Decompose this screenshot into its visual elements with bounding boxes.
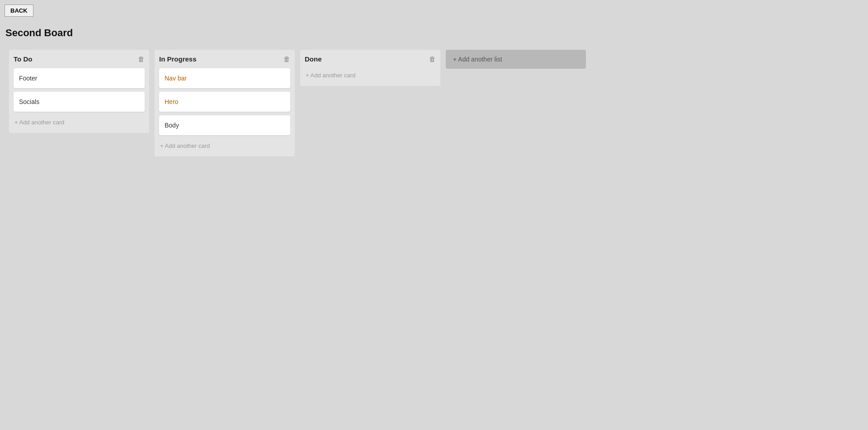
card-body[interactable]: Body [159, 115, 290, 135]
add-card-button-todo[interactable]: + Add another card [14, 117, 145, 128]
delete-list-button-in-progress[interactable]: 🗑 [283, 56, 290, 62]
board-title: Second Board [5, 27, 73, 39]
list-column-done: Done🗑+ Add another card [300, 50, 440, 86]
card-hero[interactable]: Hero [159, 92, 290, 112]
card-navbar[interactable]: Nav bar [159, 68, 290, 88]
add-card-button-in-progress[interactable]: + Add another card [159, 141, 290, 151]
delete-list-button-done[interactable]: 🗑 [429, 56, 436, 62]
list-header-done: Done🗑 [305, 55, 436, 63]
list-title-done: Done [305, 55, 322, 63]
list-header-todo: To Do🗑 [14, 55, 145, 63]
board-container: To Do🗑FooterSocials+ Add another cardIn … [5, 45, 590, 161]
card-socials[interactable]: Socials [14, 92, 145, 112]
list-column-todo: To Do🗑FooterSocials+ Add another card [9, 50, 149, 133]
add-card-button-done[interactable]: + Add another card [305, 70, 436, 80]
add-list-button[interactable]: + Add another list [446, 50, 586, 69]
list-column-in-progress: In Progress🗑Nav barHeroBody+ Add another… [155, 50, 295, 156]
list-header-in-progress: In Progress🗑 [159, 55, 290, 63]
list-title-todo: To Do [14, 55, 32, 63]
back-button[interactable]: BACK [5, 5, 33, 17]
delete-list-button-todo[interactable]: 🗑 [138, 56, 145, 62]
list-title-in-progress: In Progress [159, 55, 197, 63]
card-footer[interactable]: Footer [14, 68, 145, 88]
